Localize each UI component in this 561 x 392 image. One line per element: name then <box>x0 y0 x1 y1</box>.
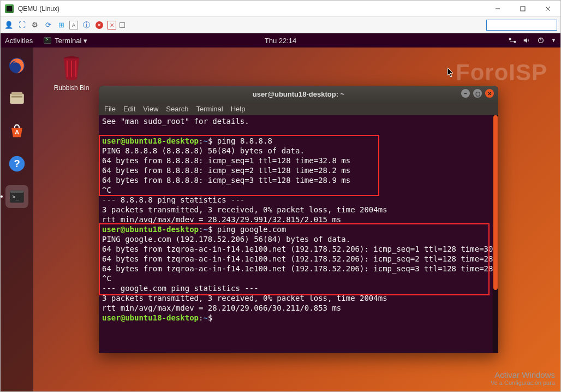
term-cmd: ping 8.8.8.8 <box>212 136 272 145</box>
toolbar-placeholder-icon <box>120 22 125 28</box>
host-minimize-button[interactable] <box>485 1 510 17</box>
menu-file[interactable]: File <box>104 105 116 113</box>
refresh-icon[interactable]: ⟳ <box>43 20 53 30</box>
svg-rect-16 <box>10 191 24 193</box>
gnome-topbar: Activities Terminal ▾ Thu 22:14 ▼ <box>1 33 560 47</box>
prompt-path: ~ <box>203 225 207 234</box>
term-line: rtt min/avg/max/mdev = 28.210/29.066/30.… <box>102 304 341 312</box>
desktop-trash[interactable]: Rubbish Bin <box>50 55 93 92</box>
desktop-trash-label: Rubbish Bin <box>50 84 93 92</box>
host-window-title: QEMU (Linux) <box>18 5 59 13</box>
clock[interactable]: Thu 22:14 <box>265 37 297 45</box>
term-line: 64 bytes from 8.8.8.8: icmp_seq=3 ttl=12… <box>102 176 350 185</box>
term-cmd: ping google.com <box>212 225 286 234</box>
terminal-menubar: File Edit View Search Terminal Help <box>99 102 498 115</box>
prompt-path: ~ <box>203 313 207 322</box>
qemu-window: QEMU (Linux) 👤 ⛶ ⚙ ⟳ ⊞ A ⓘ ✕ ⨯ Activitie… <box>0 0 561 392</box>
exit-icon[interactable]: ⨯ <box>108 21 116 29</box>
chevron-down-icon: ▼ <box>551 38 556 43</box>
prompt-user: user@ubuntu18-desktop <box>102 225 199 234</box>
terminal-maximize-button[interactable]: ▢ <box>473 89 482 98</box>
terminal-window: user@ubuntu18-desktop: ~ – ▢ ✕ File Edit… <box>99 86 498 353</box>
terminal-titlebar[interactable]: user@ubuntu18-desktop: ~ – ▢ ✕ <box>99 86 498 102</box>
term-line: 64 bytes from tzqroa-ac-in-f14.1e100.net… <box>102 254 498 263</box>
prompt-path: ~ <box>203 136 207 145</box>
menu-search[interactable]: Search <box>166 105 188 113</box>
svg-text:A: A <box>15 129 19 135</box>
svg-text:>_: >_ <box>13 194 19 200</box>
terminal-title: user@ubuntu18-desktop: ~ <box>253 90 344 98</box>
svg-rect-11 <box>11 92 22 96</box>
term-line: --- 8.8.8.8 ping statistics --- <box>102 195 244 204</box>
term-line: 3 packets transmitted, 3 received, 0% pa… <box>102 205 387 214</box>
fullscreen-icon[interactable]: ⛶ <box>17 20 27 30</box>
dock-files[interactable] <box>5 87 28 110</box>
dock-firefox[interactable] <box>5 54 28 77</box>
settings-icon[interactable]: ⚙ <box>30 20 40 30</box>
term-line: 64 bytes from tzqroa-ac-in-f14.1e100.net… <box>102 245 498 253</box>
qemu-app-icon <box>5 4 14 13</box>
svg-rect-10 <box>11 96 22 98</box>
windows-icon[interactable]: ⊞ <box>56 20 66 30</box>
stop-icon[interactable]: ✕ <box>94 20 104 30</box>
windows-activation-watermark: Activar Windows Ve a Configuración para <box>491 370 555 386</box>
menu-view[interactable]: View <box>143 105 158 113</box>
qemu-toolbar-input[interactable] <box>486 20 557 31</box>
host-close-button[interactable] <box>535 1 560 17</box>
scrollbar-thumb[interactable] <box>493 115 498 290</box>
term-line: ^C <box>102 274 111 283</box>
dock-terminal[interactable]: >_ <box>5 185 28 208</box>
term-line: PING 8.8.8.8 (8.8.8.8) 56(84) bytes of d… <box>102 146 305 155</box>
dock: A ? >_ <box>1 47 33 391</box>
host-maximize-button[interactable] <box>510 1 535 17</box>
term-line: 3 packets transmitted, 3 received, 0% pa… <box>102 294 387 302</box>
activate-title: Activar Windows <box>491 370 555 379</box>
term-line: 64 bytes from 8.8.8.8: icmp_seq=1 ttl=12… <box>102 156 350 165</box>
terminal-close-button[interactable]: ✕ <box>485 89 494 98</box>
mouse-cursor-icon <box>447 67 455 78</box>
terminal-body[interactable]: See "man sudo_root" for details. user@ub… <box>99 115 498 353</box>
dock-software[interactable]: A <box>5 120 28 142</box>
terminal-scrollbar[interactable] <box>493 115 498 353</box>
svg-rect-4 <box>509 38 511 40</box>
volume-icon <box>523 37 530 44</box>
watermark-text: ForoISP <box>456 60 547 86</box>
qemu-toolbar: 👤 ⛶ ⚙ ⟳ ⊞ A ⓘ ✕ ⨯ <box>1 17 560 33</box>
term-line: See "man sudo_root" for details. <box>102 117 249 126</box>
app-menu-button[interactable]: Terminal ▾ <box>44 37 87 45</box>
term-line: 64 bytes from 8.8.8.8: icmp_seq=2 ttl=12… <box>102 166 350 175</box>
power-icon <box>537 37 545 44</box>
term-line: rtt min/avg/max/mdev = 28.243/29.991/32.… <box>102 215 341 224</box>
term-line: 64 bytes from tzqroa-ac-in-f14.1e100.net… <box>102 264 498 273</box>
drive-a-icon[interactable]: A <box>69 21 78 29</box>
info-icon[interactable]: ⓘ <box>81 20 91 30</box>
menu-edit[interactable]: Edit <box>123 105 135 113</box>
host-titlebar: QEMU (Linux) <box>1 1 560 17</box>
ubuntu-desktop: Activities Terminal ▾ Thu 22:14 ▼ ForoIS… <box>1 33 560 391</box>
menu-help[interactable]: Help <box>231 105 246 113</box>
app-menu-label: Terminal ▾ <box>55 37 87 45</box>
term-line: PING google.com (192.178.52.206) 56(84) … <box>102 235 350 243</box>
svg-rect-1 <box>521 7 525 11</box>
dock-help[interactable]: ? <box>5 152 28 175</box>
prompt-user: user@ubuntu18-desktop <box>102 313 199 322</box>
term-line: --- google.com ping statistics --- <box>102 284 259 293</box>
activities-button[interactable]: Activities <box>5 37 33 45</box>
prompt-user: user@ubuntu18-desktop <box>102 136 199 145</box>
svg-rect-5 <box>514 41 516 43</box>
terminal-icon <box>44 37 51 44</box>
user-icon[interactable]: 👤 <box>4 20 14 30</box>
term-line: ^C <box>102 186 111 194</box>
activate-sub: Ve a Configuración para <box>491 379 555 386</box>
terminal-minimize-button[interactable]: – <box>461 89 470 98</box>
network-icon <box>509 37 516 44</box>
svg-text:?: ? <box>14 158 20 169</box>
menu-terminal[interactable]: Terminal <box>196 105 223 113</box>
system-tray[interactable]: ▼ <box>509 37 556 44</box>
